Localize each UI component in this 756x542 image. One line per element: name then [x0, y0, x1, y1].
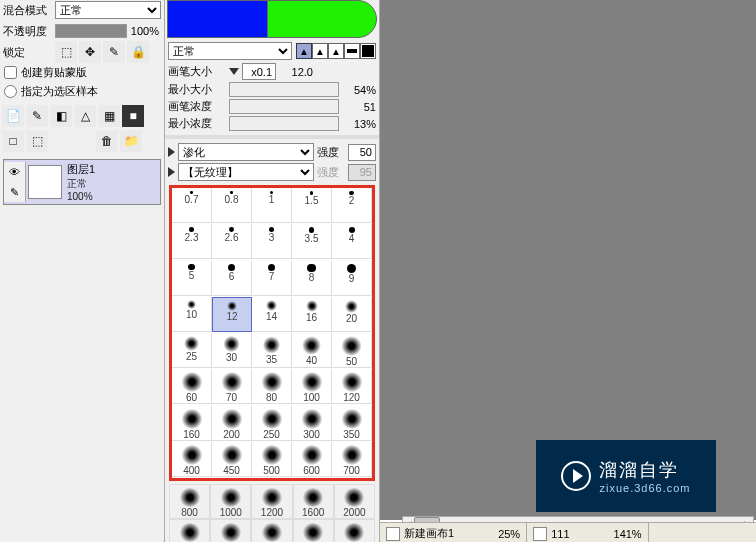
brush-size-grid-overflow[interactable]: 800100012001600200025003000350040005000: [169, 484, 375, 542]
brush-shape-square[interactable]: [360, 43, 376, 59]
brush-size-cell[interactable]: 200: [212, 406, 252, 441]
brush-size-cell[interactable]: 120: [332, 369, 372, 404]
min-density-slider[interactable]: [229, 116, 339, 131]
eye-icon[interactable]: 👁: [4, 162, 26, 182]
strength-input[interactable]: [348, 144, 376, 161]
brush-size-cell[interactable]: 3000: [210, 519, 251, 542]
brush-size-cell[interactable]: 16: [292, 297, 332, 332]
brush-size-value: 1: [269, 194, 275, 205]
brush-size-cell[interactable]: 2500: [169, 519, 210, 542]
brush-size-cell[interactable]: 3500: [251, 519, 292, 542]
brush-size-cell[interactable]: 500: [252, 442, 292, 477]
brush-size-cell[interactable]: 30: [212, 333, 252, 368]
clip-mask-checkbox[interactable]: [4, 66, 17, 79]
brush-size-cell[interactable]: 300: [292, 406, 332, 441]
layer-item[interactable]: 👁 ✎ 图层1 正常 100%: [3, 159, 161, 205]
doc2-name: 111: [551, 528, 569, 540]
brush-size-cell[interactable]: 6: [212, 261, 252, 296]
min-size-slider[interactable]: [229, 82, 339, 97]
lock-all-icon[interactable]: 🔒: [127, 41, 149, 63]
brush-size-dropdown-icon[interactable]: [229, 68, 239, 75]
brush-size-cell[interactable]: 50: [332, 333, 372, 368]
brush-size-cell[interactable]: 80: [252, 369, 292, 404]
brush-size-cell[interactable]: 2.3: [172, 224, 212, 259]
brush-size-cell[interactable]: 2000: [334, 484, 375, 519]
opacity-label: 不透明度: [3, 24, 55, 39]
expand-texture-icon[interactable]: [168, 167, 175, 177]
brush-size-cell[interactable]: 20: [332, 297, 372, 332]
brush-size-cell[interactable]: 35: [252, 333, 292, 368]
new-group-button[interactable]: ✎: [26, 105, 48, 127]
brush-size-value: 4: [349, 233, 355, 244]
brush-size-cell[interactable]: 160: [172, 406, 212, 441]
brush-size-mult[interactable]: [242, 63, 276, 80]
brush-size-cell[interactable]: 700: [332, 442, 372, 477]
pencil-icon[interactable]: ✎: [4, 182, 26, 202]
density-slider[interactable]: [229, 99, 339, 114]
brush-size-cell[interactable]: 1600: [293, 484, 334, 519]
brush-size-cell[interactable]: 40: [292, 333, 332, 368]
brush-blend-select[interactable]: 正常: [168, 42, 292, 60]
blend-mode-select[interactable]: 正常: [55, 1, 161, 19]
brush-shape-hard[interactable]: ▲: [296, 43, 312, 59]
expand-icon[interactable]: [168, 147, 175, 157]
brush-size-cell[interactable]: 3: [252, 224, 292, 259]
brush-size-cell[interactable]: 5: [172, 261, 212, 296]
brush-shape-soft2[interactable]: ▲: [328, 43, 344, 59]
brush-size-cell[interactable]: 4: [332, 224, 372, 259]
brush-size-cell[interactable]: 1200: [251, 484, 292, 519]
brush-size-cell[interactable]: 1: [252, 188, 292, 223]
select-sample-radio[interactable]: [4, 85, 17, 98]
brush-size-cell[interactable]: 12: [212, 297, 252, 332]
document-tab-1[interactable]: 新建画布1 25%: [380, 523, 527, 542]
texture-select[interactable]: 【无纹理】: [178, 163, 314, 181]
brush-size-cell[interactable]: 0.7: [172, 188, 212, 223]
mask-button[interactable]: ◧: [50, 105, 72, 127]
new-layer-button[interactable]: 📄: [2, 105, 24, 127]
layer-action1-button[interactable]: □: [2, 130, 24, 152]
trash-button[interactable]: 🗑: [96, 130, 118, 152]
brush-size-cell[interactable]: 70: [212, 369, 252, 404]
lock-move-icon[interactable]: ✥: [79, 41, 101, 63]
brush-size-cell[interactable]: 2.6: [212, 224, 252, 259]
brush-size-grid[interactable]: 0.70.811.522.32.633.54567891012141620253…: [172, 188, 372, 478]
merge-button[interactable]: ▦: [98, 105, 120, 127]
brush-size-cell[interactable]: 7: [252, 261, 292, 296]
brush-size-value: 0.7: [185, 194, 199, 205]
brush-size-cell[interactable]: 25: [172, 333, 212, 368]
brush-size-cell[interactable]: 1.5: [292, 188, 332, 223]
brush-shape-bar[interactable]: [344, 43, 360, 59]
layer-settings-button[interactable]: ■: [122, 105, 144, 127]
secondary-color-swatch[interactable]: [267, 0, 377, 38]
brush-size-cell[interactable]: 0.8: [212, 188, 252, 223]
brush-size-cell[interactable]: 10: [172, 297, 212, 332]
layer-thumbnail[interactable]: [28, 165, 62, 199]
folder-button[interactable]: 📁: [120, 130, 142, 152]
brush-size-cell[interactable]: 350: [332, 406, 372, 441]
primary-color-swatch[interactable]: [167, 0, 277, 38]
brush-size-cell[interactable]: 1000: [210, 484, 251, 519]
lock-edit-icon[interactable]: ✎: [103, 41, 125, 63]
brush-size-cell[interactable]: 14: [252, 297, 292, 332]
layer-action2-button[interactable]: ⬚: [26, 130, 48, 152]
bleed-select[interactable]: 渗化: [178, 143, 314, 161]
brush-size-cell[interactable]: 600: [292, 442, 332, 477]
brush-size-cell[interactable]: 800: [169, 484, 210, 519]
brush-size-cell[interactable]: 5000: [334, 519, 375, 542]
brush-size-cell[interactable]: 3.5: [292, 224, 332, 259]
brush-size-cell[interactable]: 250: [252, 406, 292, 441]
opacity-slider[interactable]: [55, 24, 127, 38]
brush-size-cell[interactable]: 2: [332, 188, 372, 223]
brush-size-cell[interactable]: 100: [292, 369, 332, 404]
brush-shape-soft1[interactable]: ▲: [312, 43, 328, 59]
brush-size-cell[interactable]: 450: [212, 442, 252, 477]
brush-size-cell[interactable]: 60: [172, 369, 212, 404]
brush-size-value: 35: [266, 354, 277, 365]
fx-button[interactable]: △: [74, 105, 96, 127]
brush-size-cell[interactable]: 400: [172, 442, 212, 477]
document-tab-2[interactable]: 111 141%: [527, 523, 649, 542]
brush-size-cell[interactable]: 9: [332, 261, 372, 296]
lock-transparent-icon[interactable]: ⬚: [55, 41, 77, 63]
brush-size-cell[interactable]: 8: [292, 261, 332, 296]
brush-size-cell[interactable]: 4000: [293, 519, 334, 542]
